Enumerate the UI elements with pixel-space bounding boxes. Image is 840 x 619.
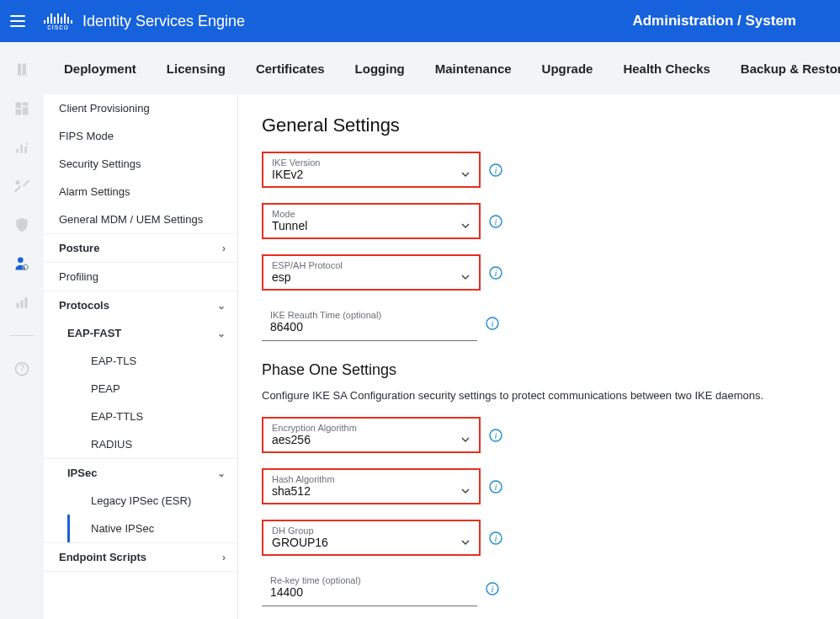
policy-icon[interactable]: [13, 216, 31, 234]
tab-healthchecks[interactable]: Health Checks: [623, 61, 710, 76]
menu-icon[interactable]: [7, 9, 34, 33]
field-ike-version[interactable]: IKE Version IKEv2: [262, 152, 481, 188]
breadcrumb: Administration / System: [632, 13, 830, 29]
info-icon[interactable]: i: [489, 480, 502, 494]
sn-ipsec-label: IPSec: [67, 467, 97, 479]
general-settings-title: General Settings: [262, 115, 816, 136]
svg-text:i: i: [494, 216, 497, 227]
field-mode-row: Mode Tunnel i: [262, 203, 816, 239]
top-banner-left: cisco Identity Services Engine: [7, 9, 245, 33]
sn-eap-tls[interactable]: EAP-TLS: [67, 347, 237, 375]
chevron-right-icon: ›: [222, 243, 226, 254]
sn-endpoint-scripts[interactable]: Endpoint Scripts ›: [44, 543, 237, 571]
sn-legacy-ipsec[interactable]: Legacy IPSec (ESR): [67, 487, 237, 515]
field-label: DH Group: [263, 521, 479, 536]
tab-logging[interactable]: Logging: [355, 61, 405, 76]
chevron-down-icon: [460, 486, 471, 496]
sn-protocols[interactable]: Protocols ⌄: [44, 291, 237, 319]
tools-icon[interactable]: [13, 177, 31, 195]
svg-text:i: i: [494, 430, 497, 440]
rail-separator: [10, 335, 34, 336]
info-icon[interactable]: i: [489, 163, 502, 177]
chevron-down-icon: [460, 435, 471, 445]
field-label: IKE Reauth Time (optional): [262, 306, 477, 320]
phase1-title: Phase One Settings: [262, 361, 816, 379]
info-icon[interactable]: i: [489, 531, 502, 545]
tab-maintenance[interactable]: Maintenance: [435, 61, 512, 76]
svg-text:i: i: [494, 268, 497, 278]
tab-upgrade[interactable]: Upgrade: [542, 61, 593, 76]
info-ic
        [interactable]: i: [489, 429, 502, 442]
chevron-right-icon: ›: [222, 552, 226, 563]
chevron-down-icon: ⌄: [217, 328, 226, 339]
sn-native-ipsec[interactable]: Native IPSec: [67, 515, 237, 542]
sn-eap-ttls[interactable]: EAP-TTLS: [67, 403, 237, 430]
field-value: GROUP16: [272, 536, 328, 549]
sn-eap-fast-label: EAP-FAST: [67, 327, 121, 339]
chevron-down-icon: [460, 169, 471, 179]
content-pane: General Settings IKE Version IKEv2 i Mod…: [238, 94, 840, 619]
sn-ipsec[interactable]: IPSec ⌄: [56, 459, 237, 487]
field-label: Re-key time (optional): [262, 571, 477, 585]
field-label: Hash Algorithm: [263, 470, 479, 484]
cisco-logo: cisco: [44, 12, 72, 31]
sn-alarm-settings[interactable]: Alarm Settings: [44, 178, 237, 205]
sn-profiling[interactable]: Profiling: [44, 263, 237, 291]
field-value: aes256: [272, 433, 311, 446]
visibility-icon[interactable]: [13, 138, 31, 157]
sn-protocols-label: Protocols: [59, 299, 109, 312]
help-icon[interactable]: ?: [13, 360, 31, 378]
field-label: ESP/AH Protocol: [263, 256, 479, 270]
field-value: Tunnel: [272, 219, 307, 232]
field-hash-row: Hash Algorithm sha512 i: [262, 468, 816, 504]
sn-mdm-uem[interactable]: General MDM / UEM Settings: [44, 205, 237, 233]
info-icon[interactable]: i: [489, 266, 502, 280]
field-value: 86400: [270, 320, 303, 334]
field-rekey[interactable]: Re-key time (optional) 14400: [262, 571, 477, 606]
field-ike-reauth[interactable]: IKE Reauth Time (optional) 86400: [262, 306, 477, 341]
tab-certificates[interactable]: Certificates: [256, 61, 325, 76]
field-label: IKE Version: [263, 153, 479, 168]
tab-strip: Deployment Licensing Certificates Loggin…: [44, 42, 840, 94]
chevron-down-icon: [460, 221, 471, 231]
tab-deployment[interactable]: Deployment: [64, 61, 136, 76]
svg-text:i: i: [494, 533, 497, 543]
dashboard-icon[interactable]: [13, 99, 31, 118]
sn-posture-label: Posture: [59, 242, 99, 254]
tab-backup-restore[interactable]: Backup & Restore: [741, 61, 840, 76]
field-rekey-row: Re-key time (optional) 14400 i: [262, 571, 816, 606]
sn-client-provisioning[interactable]: Client Provisioning: [44, 94, 237, 122]
sn-eap-fast[interactable]: EAP-FAST ⌄: [56, 319, 237, 347]
svg-text:i: i: [491, 584, 493, 594]
field-hash[interactable]: Hash Algorithm sha512: [262, 468, 481, 504]
bookmark-icon[interactable]: [13, 61, 31, 79]
workcenter-icon[interactable]: [13, 293, 31, 312]
sn-endpoint-scripts-label: Endpoint Scripts: [59, 551, 146, 563]
field-value: IKEv2: [272, 168, 303, 181]
top-banner: cisco Identity Services Engine Administr…: [0, 0, 840, 42]
field-label: Encryption Algorithm: [263, 419, 479, 433]
tab-licensing[interactable]: Licensing: [167, 61, 226, 76]
info-icon[interactable]: i: [489, 215, 502, 228]
sn-posture[interactable]: Posture ›: [44, 234, 237, 262]
admin-icon[interactable]: [13, 254, 31, 273]
workspace: Deployment Licensing Certificates Loggin…: [44, 42, 840, 619]
sn-radius[interactable]: RADIUS: [67, 430, 237, 458]
chevron-down-icon: ⌄: [217, 300, 226, 312]
field-enc[interactable]: Encryption Algorithm aes256: [262, 417, 481, 453]
field-espah-row: ESP/AH Protocol esp i: [262, 254, 816, 291]
info-icon[interactable]: i: [486, 582, 499, 595]
field-value: sha512: [272, 484, 311, 498]
svg-text:?: ?: [19, 364, 24, 373]
sn-fips-mode[interactable]: FIPS Mode: [44, 122, 237, 150]
field-mode[interactable]: Mode Tunnel: [262, 203, 481, 239]
field-espah[interactable]: ESP/AH Protocol esp: [262, 254, 481, 291]
field-dh[interactable]: DH Group GROUP16: [262, 520, 481, 556]
info-icon[interactable]: i: [486, 317, 499, 330]
field-dh-row: DH Group GROUP16 i: [262, 520, 816, 556]
chevron-down-icon: [460, 272, 471, 282]
sn-security-settings[interactable]: Security Settings: [44, 150, 237, 178]
sn-peap[interactable]: PEAP: [67, 375, 237, 403]
field-enc-row: Encryption Algorithm aes256 i: [262, 417, 816, 453]
chevron-down-icon: ⌄: [217, 467, 226, 479]
